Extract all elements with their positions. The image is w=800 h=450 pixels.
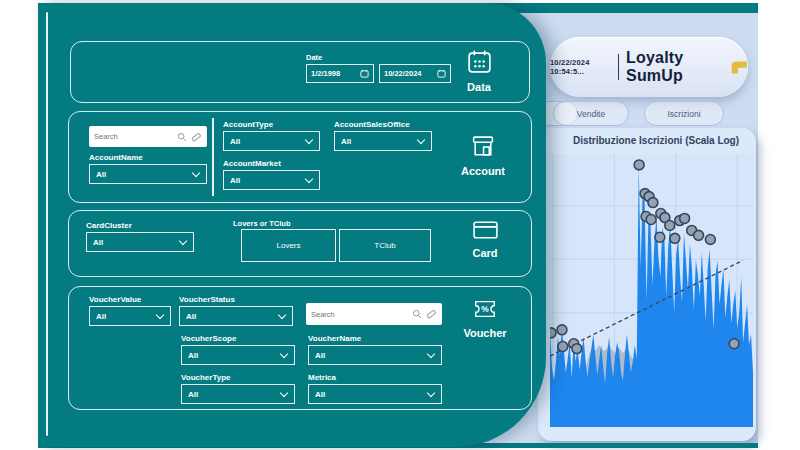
chevron-down-icon [179,237,187,245]
metrica-label: Metrica [308,373,336,382]
account-search-box[interactable] [89,126,207,147]
credit-card-icon [472,219,499,241]
vouchertype-dropdown[interactable]: All [181,384,295,404]
voucher-search-box[interactable] [306,303,442,325]
eraser-icon[interactable] [191,132,202,142]
report-header: 10/22/2024 10:54:5... Loyalty SumUp [550,37,748,97]
tclub-button[interactable]: TClub [339,229,431,262]
chevron-down-icon [192,169,200,177]
account-search-input[interactable] [94,132,177,141]
account-section-badge: Account [445,134,521,177]
chevron-down-icon [427,389,435,397]
accountsalesoffice-label: AccountSalesOffice [334,120,410,129]
search-icon [177,132,187,142]
cardcluster-dropdown[interactable]: All [86,232,194,252]
voucher-section-label: Voucher [451,327,519,339]
accountsalesoffice-dropdown[interactable]: All [334,131,432,151]
nav-button-iscrizioni[interactable]: Iscrizioni [644,101,724,126]
voucher-ticket-icon: % [471,297,499,321]
account-section-divider [212,118,214,196]
chevron-down-icon [156,311,164,319]
date-to-input[interactable]: 10/22/2024 [379,64,451,83]
nav-button-vendite[interactable]: Vendite [553,101,629,126]
voucher-filter-section: VoucherValue All VoucherStatus All [68,286,532,410]
accounttype-dropdown[interactable]: All [223,131,320,151]
card-filter-section: CardCluster All Lovers or TClub Lovers T… [68,210,532,277]
calendar-small-icon [437,69,446,78]
data-section-label: Data [447,81,511,93]
refresh-timestamp: 10/22/2024 10:54:5... [550,58,611,76]
accountmarket-label: AccountMarket [223,159,281,168]
eraser-icon[interactable] [426,309,437,319]
chevron-down-icon [417,136,425,144]
chevron-down-icon [305,175,313,183]
vouchername-dropdown[interactable]: All [308,345,442,365]
accountname-dropdown[interactable]: All [89,164,207,184]
voucher-section-badge: % Voucher [451,297,519,339]
date-from-input[interactable]: 1/2/1998 [306,64,374,83]
storefront-icon [470,134,496,159]
vouchertype-label: VoucherType [181,373,231,382]
lovers-button[interactable]: Lovers [241,229,336,262]
chart-plot-area[interactable] [550,154,753,427]
voucher-search-input[interactable] [311,310,412,319]
pane-scrollbar[interactable] [46,12,48,436]
chevron-down-icon [278,311,286,319]
vouchervalue-label: VoucherValue [89,295,141,304]
chart-title: Distribuzione Iscrizioni (Scala Log) [538,135,756,146]
accounttype-label: AccountType [223,120,273,129]
vocuherscope-dropdown[interactable]: All [181,345,295,365]
accountmarket-dropdown[interactable]: All [223,170,320,190]
chevron-down-icon [305,136,313,144]
account-filter-section: AccountName All AccountType All AccountS… [68,111,532,203]
report-title: Loyalty SumUp [626,49,721,85]
cardcluster-label: CardCluster [86,221,132,230]
accountname-label: AccountName [89,153,143,162]
filter-pane: Date 1/2/1998 10/22/2024 [38,3,546,447]
header-divider [618,54,619,80]
lovers-or-tclub-label: Lovers or TClub [233,219,291,228]
sumup-logo-icon [730,58,748,76]
data-filter-section: Date 1/2/1998 10/22/2024 [70,41,530,103]
metrica-dropdown[interactable]: All [308,384,442,404]
svg-text:%: % [481,304,489,314]
chevron-down-icon [280,389,288,397]
vouchername-label: VoucherName [308,334,361,343]
account-section-label: Account [445,165,521,177]
calendar-icon [466,48,493,75]
vocuherscope-label: VocuherScope [181,334,236,343]
voucherstatus-label: VoucherStatus [179,295,235,304]
card-section-badge: Card [453,219,517,259]
card-section-label: Card [453,247,517,259]
vouchervalue-dropdown[interactable]: All [89,306,171,326]
iscrizioni-area-chart[interactable] [550,154,753,427]
calendar-small-icon [360,69,369,78]
chevron-down-icon [280,350,288,358]
chevron-down-icon [427,350,435,358]
voucherstatus-dropdown[interactable]: All [179,306,293,326]
data-section-badge: Data [447,48,511,93]
date-field-label: Date [306,53,322,62]
screenshot-stage: 10/22/2024 10:54:5... Loyalty SumUp Vend… [0,0,800,450]
chart-card: Distribuzione Iscrizioni (Scala Log) [538,128,756,441]
search-icon [412,309,422,319]
